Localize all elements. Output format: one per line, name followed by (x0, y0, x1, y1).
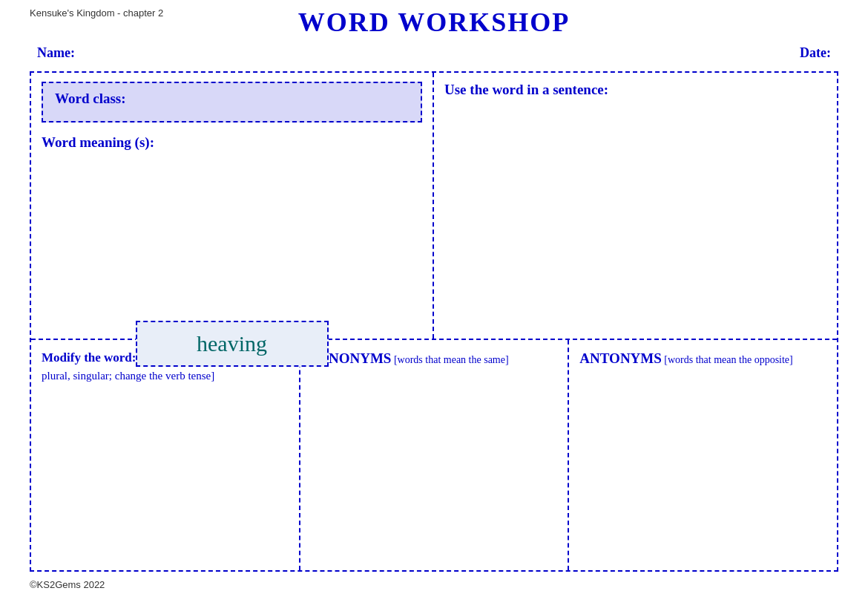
center-word-box: heaving (136, 321, 329, 367)
antonyms-col: ANTONYMS [words that mean the opposite] (569, 340, 837, 570)
top-row: Word class: Word meaning (s): heaving Us… (31, 73, 837, 340)
modify-bold: Modify the word: (42, 350, 136, 365)
antonyms-bold: ANTONYMS (579, 350, 662, 366)
name-label: Name: (37, 45, 75, 61)
word-class-box[interactable]: Word class: (42, 82, 422, 123)
date-label: Date: (800, 45, 831, 61)
left-panel: Word class: Word meaning (s): heaving (31, 73, 434, 339)
word-class-label: Word class: (55, 91, 126, 106)
word-meaning-label: Word meaning (s): (42, 134, 422, 151)
synonyms-label: SYNONYMS [words that mean the same] (311, 349, 558, 369)
footer-label: ©KS2Gems 2022 (30, 579, 838, 590)
use-word-label: Use the word in a sentence: (444, 82, 826, 98)
bottom-row: Modify the word: [add a prefix or a suff… (31, 340, 837, 570)
antonyms-normal: [words that mean the opposite] (662, 354, 793, 365)
modify-col: Modify the word: [add a prefix or a suff… (31, 340, 300, 570)
antonyms-label: ANTONYMS [words that mean the opposite] (579, 349, 826, 369)
synonyms-col: SYNONYMS [words that mean the same] (300, 340, 570, 570)
main-grid: Word class: Word meaning (s): heaving Us… (30, 71, 838, 572)
center-word-container: heaving (136, 321, 329, 367)
synonyms-normal: [words that mean the same] (391, 354, 508, 365)
right-panel: Use the word in a sentence: (434, 73, 837, 339)
